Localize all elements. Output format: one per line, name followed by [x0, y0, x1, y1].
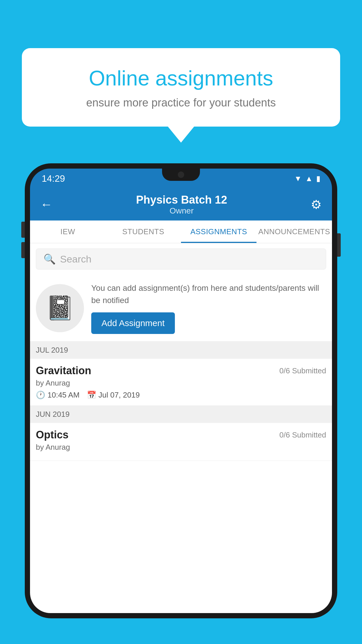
- status-bar: 14:29 ▼ ▲ ▮: [30, 169, 332, 188]
- status-time: 14:29: [42, 173, 65, 184]
- assignment-meta: 🕐 10:45 AM 📅 Jul 07, 2019: [36, 391, 326, 400]
- assignment-author: by Anurag: [36, 379, 326, 388]
- phone-notch: [162, 169, 200, 181]
- tab-iew[interactable]: IEW: [30, 220, 106, 243]
- search-placeholder: Search: [60, 253, 92, 265]
- tab-announcements[interactable]: ANNOUNCEMENTS: [256, 220, 332, 243]
- tab-assignments[interactable]: ASSIGNMENTS: [181, 220, 256, 243]
- tabs-bar: IEW STUDENTS ASSIGNMENTS ANNOUNCEMENTS: [30, 220, 332, 243]
- section-header-jul: JUL 2019: [30, 342, 332, 359]
- speech-bubble-title: Online assignments: [42, 66, 320, 91]
- meta-time: 🕐 10:45 AM: [36, 391, 80, 400]
- add-assignment-button[interactable]: Add Assignment: [91, 312, 175, 334]
- section-header-jun: JUN 2019: [30, 406, 332, 423]
- search-bar[interactable]: 🔍 Search: [36, 249, 326, 270]
- assignment-item-optics[interactable]: Optics 0/6 Submitted by Anurag: [30, 423, 332, 461]
- status-icons: ▼ ▲ ▮: [294, 174, 320, 183]
- header-title-group: Physics Batch 12 Owner: [136, 194, 227, 216]
- assignment-submitted: 0/6 Submitted: [280, 366, 326, 375]
- assignment-top-row-optics: Optics 0/6 Submitted: [36, 429, 326, 441]
- speech-bubble-container: Online assignments ensure more practice …: [22, 48, 340, 143]
- search-icon: 🔍: [43, 253, 56, 265]
- phone-screen: 🔍 Search 📓 You can add assignment(s) fro…: [30, 243, 332, 613]
- tab-students[interactable]: STUDENTS: [106, 220, 181, 243]
- speech-bubble-subtitle: ensure more practice for your students: [42, 97, 320, 109]
- front-camera: [178, 172, 184, 178]
- assignment-top-row: Gravitation 0/6 Submitted: [36, 365, 326, 377]
- phone-device: 14:29 ▼ ▲ ▮ ← Physics Batch 12 Owner ⚙ I…: [25, 163, 337, 644]
- assignment-date: Jul 07, 2019: [99, 391, 140, 400]
- prompt-text: You can add assignment(s) from here and …: [91, 282, 326, 307]
- header-title: Physics Batch 12: [136, 194, 227, 206]
- assignment-submitted-optics: 0/6 Submitted: [280, 430, 326, 440]
- phone-outer: 14:29 ▼ ▲ ▮ ← Physics Batch 12 Owner ⚙ I…: [25, 163, 337, 618]
- assignment-item-gravitation[interactable]: Gravitation 0/6 Submitted by Anurag 🕐 10…: [30, 359, 332, 406]
- prompt-right: You can add assignment(s) from here and …: [91, 282, 326, 334]
- settings-icon[interactable]: ⚙: [311, 197, 322, 212]
- meta-date: 📅 Jul 07, 2019: [87, 391, 140, 400]
- assignment-icon-circle: 📓: [36, 284, 84, 332]
- search-container: 🔍 Search: [30, 243, 332, 275]
- battery-icon: ▮: [316, 174, 320, 183]
- volume-up-button: [21, 222, 25, 238]
- notebook-icon: 📓: [45, 294, 75, 322]
- assignment-title-optics: Optics: [36, 429, 68, 441]
- speech-bubble-arrow: [168, 127, 194, 143]
- assignment-title: Gravitation: [36, 365, 91, 377]
- calendar-icon: 📅: [87, 391, 96, 400]
- app-header: ← Physics Batch 12 Owner ⚙: [30, 188, 332, 220]
- signal-icon: ▲: [305, 174, 313, 183]
- assignment-time: 10:45 AM: [48, 391, 80, 400]
- back-button[interactable]: ←: [40, 197, 52, 211]
- wifi-icon: ▼: [294, 174, 302, 183]
- assignment-author-optics: by Anurag: [36, 443, 326, 452]
- clock-icon: 🕐: [36, 391, 45, 400]
- header-subtitle: Owner: [136, 206, 227, 216]
- speech-bubble: Online assignments ensure more practice …: [22, 48, 340, 127]
- add-assignment-prompt: 📓 You can add assignment(s) from here an…: [30, 275, 332, 342]
- power-button: [337, 233, 341, 257]
- volume-down-button: [21, 242, 25, 258]
